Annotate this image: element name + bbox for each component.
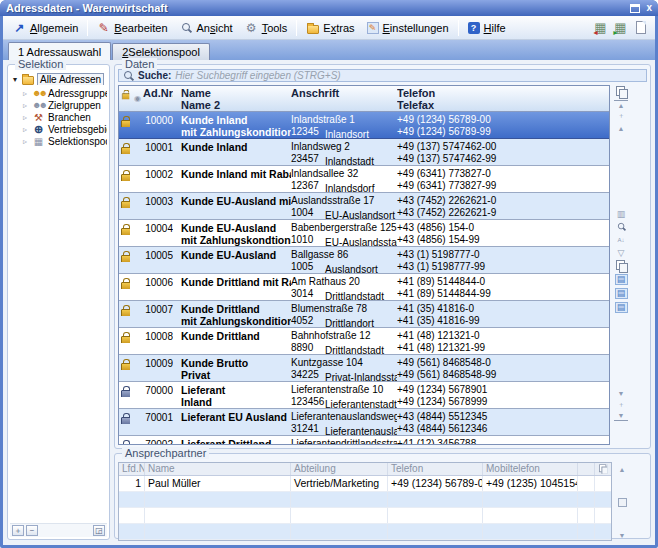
address-row[interactable]: 10000 Kunde Inlandmit Zahlungskondition … — [119, 112, 609, 139]
tree-item-label: Zielgruppen — [48, 100, 101, 111]
menu-item-label: Tools — [262, 22, 288, 34]
cell-anschrift: Lieferantenauslandsweg 231241Lieferanten… — [291, 411, 397, 435]
contact-row[interactable] — [119, 508, 611, 524]
menu-item-label: Einstellungen — [383, 22, 449, 34]
tree-item-branchen[interactable]: ▹ Branchen — [11, 111, 107, 123]
collapsed-arrow-icon[interactable]: ▹ — [21, 113, 29, 122]
restore-icon[interactable] — [630, 4, 640, 13]
column-lfdnr[interactable]: Lfd.Nr. — [119, 463, 145, 475]
scroll-thumb-icon[interactable]: ＋ — [614, 110, 628, 122]
column-anschrift[interactable]: Anschrift — [291, 87, 397, 111]
search-bar[interactable]: Suche: — [118, 69, 647, 82]
tree-root-alle-adressen[interactable]: ▾ Alle Adressen — [11, 73, 107, 85]
lock-icon — [121, 197, 130, 208]
cell-anschrift: Auslandsstraße 171004EU-Auslandsort — [291, 195, 397, 219]
status-column-icon[interactable] — [132, 87, 143, 111]
menu-item-ansicht[interactable]: Ansicht — [174, 18, 239, 38]
magnifier-icon — [180, 21, 193, 34]
collapsed-arrow-icon[interactable]: ▹ — [21, 89, 29, 98]
column-contact-telefon[interactable]: Telefon — [388, 463, 483, 475]
cell-adnr: 10008 — [143, 330, 173, 354]
column-telefon[interactable]: TelefonTelefax — [397, 87, 609, 111]
filter-icon[interactable]: ▽ — [618, 247, 625, 259]
cell-contact-telefon — [388, 492, 483, 507]
lock-column-icon[interactable] — [119, 87, 132, 111]
column-mobiltelefon[interactable]: Mobiltelefon — [483, 463, 578, 475]
lock-icon — [122, 90, 130, 99]
collapsed-arrow-icon[interactable]: ▹ — [21, 101, 29, 110]
tree-root-label[interactable]: Alle Adressen — [37, 73, 104, 85]
tree-item-zielgruppen[interactable]: ▹ Zielgruppen — [11, 99, 107, 111]
scroll-first-icon[interactable]: ▲ — [614, 100, 628, 110]
sort-icon[interactable]: A↓ — [614, 234, 628, 246]
scroll-down-icon[interactable]: ▼ — [614, 387, 628, 399]
address-row[interactable]: 10005 Kunde EU-Ausland Ballgasse 861005A… — [119, 247, 609, 274]
list-view-icon-1[interactable] — [615, 274, 628, 285]
address-row[interactable]: 10007 Kunde Drittlandmit Zahlungskonditi… — [119, 301, 609, 328]
grid-header[interactable]: Ad.Nr. NameName 2 Anschrift TelefonTelef… — [119, 86, 609, 112]
cell-contact-name: Paul Müller — [145, 476, 291, 491]
close-icon[interactable]: x — [646, 3, 652, 13]
tree-item-adressgruppen[interactable]: ▹ Adressgruppen — [11, 87, 107, 99]
search-input[interactable] — [175, 70, 642, 81]
copy-icon[interactable] — [616, 260, 627, 272]
contact-header[interactable]: Lfd.Nr. Name Abteilung Telefon Mobiltele… — [119, 463, 611, 476]
address-row[interactable]: 10009 Kunde BruttoPrivat Kuntzgasse 1043… — [119, 355, 609, 382]
menu-item-einstellungen[interactable]: Einstellungen — [361, 18, 455, 38]
cell-telefon: +43 (1) 5198777-0+43 (1) 5198777-99 — [397, 249, 609, 273]
menu-item-hilfe[interactable]: Hilfe — [462, 18, 512, 38]
contact-column-chooser-icon[interactable] — [595, 463, 611, 475]
menu-item-tools[interactable]: Tools — [239, 18, 294, 38]
contact-scroll-up-icon[interactable]: ▲ — [619, 466, 626, 473]
cell-anschrift: Babenbergerstraße 1251010EU-Auslandsstad… — [291, 222, 397, 246]
contact-scroll-thumb[interactable] — [618, 498, 627, 507]
address-row[interactable]: 10002 Kunde Inland mit Rabatt Inlandsall… — [119, 166, 609, 193]
scroll-thumb2-icon[interactable]: ＋ — [614, 399, 628, 411]
menu-item-allgemein[interactable]: Allgemein — [7, 18, 84, 38]
tree-item-label: Selektionspools — [48, 136, 107, 147]
cell-anschrift: Inlandsallee 3212367Inlandsdorf — [291, 168, 397, 192]
card-view-icon[interactable]: ▥ — [617, 208, 626, 220]
address-row[interactable]: 10004 Kunde EU-Auslandmit Zahlungskondti… — [119, 220, 609, 247]
column-chooser-icon[interactable] — [614, 86, 628, 98]
contact-row[interactable]: 1 Paul Müller Vertrieb/Marketing +49 (12… — [119, 476, 611, 492]
layout-button[interactable]: ◲ — [93, 525, 105, 536]
toolbar-right: ▦ ▦ — [592, 20, 649, 35]
list-view-icon-2[interactable] — [615, 288, 628, 299]
address-row[interactable]: 10008 Kunde Drittland Bahnhofstraße 1288… — [119, 328, 609, 355]
contact-row[interactable] — [119, 492, 611, 508]
column-abteilung[interactable]: Abteilung — [291, 463, 388, 475]
menu-item-bearbeiten[interactable]: Bearbeiten — [91, 18, 173, 38]
cell-contact-name — [145, 524, 291, 539]
contact-scroll-down-icon[interactable]: ▼ — [619, 532, 626, 539]
search-tool-icon[interactable] — [616, 221, 627, 233]
address-row[interactable]: 10006 Kunde Drittland mit Rabatt Am Rath… — [119, 274, 609, 301]
tree-footer: ＋ − ◲ — [10, 523, 107, 537]
new-page-icon[interactable] — [632, 20, 649, 35]
scroll-last-icon[interactable]: ▼ — [614, 411, 628, 421]
settings-pencil-icon — [367, 22, 379, 34]
tab-1[interactable]: 1 Adressauswahl — [8, 42, 111, 60]
address-row[interactable]: 70001 Lieferant EU Ausland Lieferantenau… — [119, 409, 609, 436]
contact-row[interactable] — [119, 524, 611, 540]
collapse-all-button[interactable]: − — [26, 525, 38, 536]
collapsed-arrow-icon[interactable]: ▹ — [21, 125, 29, 134]
list-view-icon-3[interactable] — [615, 302, 628, 313]
address-row[interactable]: 10001 Kunde Inland Inlandsweg 223457Inla… — [119, 139, 609, 166]
expanded-arrow-icon[interactable]: ▾ — [11, 75, 19, 84]
address-row[interactable]: 70002 Lieferant Drittland Lieferantendri… — [119, 436, 609, 445]
title-bar[interactable]: Adressdaten - Warenwirtschaft x — [0, 0, 658, 16]
address-row[interactable]: 10003 Kunde EU-Ausland mit Rabatt Auslan… — [119, 193, 609, 220]
collapsed-arrow-icon[interactable]: ▹ — [21, 137, 29, 146]
address-row[interactable]: 70000 LieferantInland Lieferantenstraße … — [119, 382, 609, 409]
column-contact-name[interactable]: Name — [145, 463, 291, 475]
table-import-icon[interactable]: ▦ — [612, 20, 629, 35]
scroll-up-icon[interactable]: ▲ — [614, 122, 628, 134]
expand-all-button[interactable]: ＋ — [12, 525, 24, 536]
column-adnr[interactable]: Ad.Nr. — [143, 87, 173, 111]
table-export-icon[interactable]: ▦ — [592, 20, 609, 35]
tree-item-selektionspools[interactable]: ▹ Selektionspools — [11, 135, 107, 147]
column-name[interactable]: NameName 2 — [181, 87, 291, 111]
tree-item-vertriebsgebiete[interactable]: ▹ Vertriebsgebiete — [11, 123, 107, 135]
menu-item-extras[interactable]: Extras — [300, 18, 360, 38]
